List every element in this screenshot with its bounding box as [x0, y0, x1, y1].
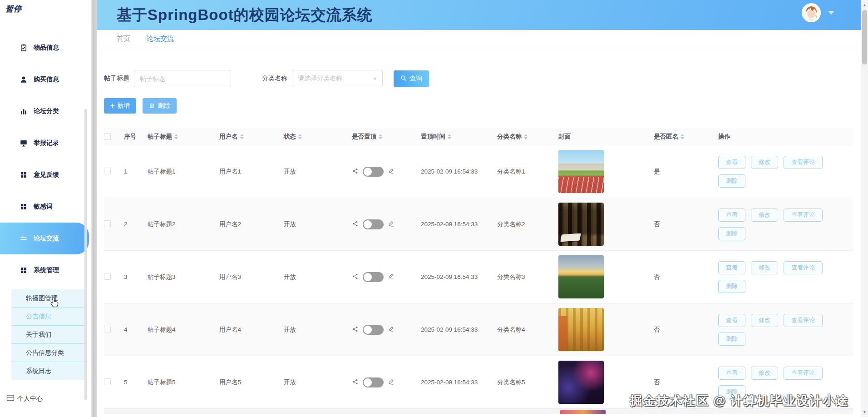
sort-caret[interactable]: [379, 134, 382, 139]
tab-home[interactable]: 首页: [117, 35, 130, 43]
edit-icon[interactable]: [388, 378, 395, 387]
submenu-item-announcement-category[interactable]: 公告信息分类: [11, 344, 85, 362]
sidebar-menu: 物品信息 购买信息 论坛分类 举报记录: [0, 32, 91, 286]
anonymous-flag: 否: [654, 273, 718, 281]
pin-toggle[interactable]: [363, 167, 384, 177]
edit-button[interactable]: 修改: [751, 314, 778, 327]
view-button[interactable]: 查看: [718, 367, 745, 380]
edit-button[interactable]: 修改: [751, 367, 778, 380]
view-comments-button[interactable]: 查看评论: [784, 261, 823, 274]
chevron-down-icon[interactable]: [828, 11, 834, 15]
post-title-input[interactable]: [134, 70, 231, 87]
card-icon: [6, 394, 15, 403]
sort-caret[interactable]: [240, 134, 244, 139]
edit-button[interactable]: 修改: [751, 156, 778, 169]
delete-button[interactable]: 删除: [718, 333, 745, 346]
app-window: 暂停 物品信息 购买信息 论坛分类: [0, 0, 868, 417]
sort-caret[interactable]: [448, 134, 451, 139]
share-icon[interactable]: [352, 378, 359, 387]
edit-icon[interactable]: [388, 326, 395, 334]
table-row: 2 帖子标题2 用户名2 开放 2025-02-09 16:54:33 分类名称…: [104, 198, 853, 251]
username: 用户名4: [219, 326, 284, 334]
col-pinned: 是否置顶: [352, 133, 376, 141]
scroll-up-icon[interactable]: ▲: [861, 3, 868, 7]
query-button[interactable]: 查询: [394, 70, 429, 87]
row-checkbox[interactable]: [104, 378, 111, 385]
pin-toggle[interactable]: [363, 325, 384, 335]
query-button-label: 查询: [409, 74, 422, 83]
personal-center-link[interactable]: 个人中心: [6, 394, 43, 403]
pin-toggle[interactable]: [363, 272, 384, 282]
pinned-time: 2025-02-09 16:54:33: [421, 273, 497, 280]
view-button[interactable]: 查看: [718, 314, 745, 327]
batch-delete-button[interactable]: 删除: [143, 98, 177, 114]
share-icon[interactable]: [352, 273, 359, 281]
system-submenu: 轮播图管理 公告信息 关于我们 公告信息分类 系统日志: [11, 289, 85, 380]
pin-toggle[interactable]: [363, 377, 384, 387]
add-button[interactable]: + 新增: [104, 98, 136, 114]
submenu-item-carousel[interactable]: 轮播图管理: [11, 289, 85, 308]
next-row-partial: [104, 409, 853, 414]
username: 用户名3: [219, 273, 284, 281]
avatar[interactable]: [802, 3, 821, 22]
edit-button[interactable]: 修改: [751, 261, 778, 274]
view-comments-button[interactable]: 查看评论: [784, 367, 823, 380]
user-icon: [19, 75, 28, 84]
sidebar-item-forum-exchange[interactable]: 论坛交流: [0, 223, 89, 254]
share-icon[interactable]: [352, 168, 359, 176]
pin-toggle[interactable]: [363, 219, 384, 229]
submenu-item-system-log[interactable]: 系统日志: [11, 362, 85, 380]
scroll-down-icon[interactable]: ▼: [861, 410, 868, 414]
view-button[interactable]: 查看: [718, 208, 745, 222]
delete-button[interactable]: 删除: [718, 174, 745, 188]
grid-icon: [19, 202, 28, 211]
submenu-item-about-us[interactable]: 关于我们: [11, 326, 85, 344]
sidebar-item-goods-info[interactable]: 物品信息: [0, 32, 91, 64]
view-comments-button[interactable]: 查看评论: [784, 208, 823, 222]
page-scrollbar[interactable]: ▲ ▼: [861, 0, 868, 417]
scrollbar-thumb[interactable]: [862, 10, 867, 65]
view-comments-button[interactable]: 查看评论: [784, 314, 823, 327]
anonymous-flag: 是: [654, 168, 718, 176]
sort-caret[interactable]: [681, 134, 684, 139]
sidebar-item-purchase-info[interactable]: 购买信息: [0, 64, 91, 95]
sort-caret[interactable]: [298, 134, 302, 139]
edit-button[interactable]: 修改: [751, 208, 778, 222]
cover-image: [560, 410, 606, 414]
delete-button[interactable]: 删除: [718, 385, 745, 398]
sidebar-item-feedback[interactable]: 意见反馈: [0, 159, 91, 191]
search-icon: [400, 75, 407, 83]
delete-button[interactable]: 删除: [718, 280, 745, 293]
row-checkbox[interactable]: [104, 168, 111, 174]
view-comments-button[interactable]: 查看评论: [784, 156, 823, 169]
edit-icon[interactable]: [388, 220, 395, 228]
anonymous-flag: 否: [654, 326, 718, 334]
sidebar-scrollbar[interactable]: [84, 109, 87, 400]
sort-caret[interactable]: [524, 134, 528, 139]
view-button[interactable]: 查看: [718, 261, 745, 274]
delete-button[interactable]: 删除: [718, 227, 745, 240]
trash-icon: [149, 102, 155, 110]
view-button[interactable]: 查看: [718, 156, 745, 169]
select-all-checkbox[interactable]: [104, 133, 111, 140]
sidebar-item-sensitive-words[interactable]: 敏感词: [0, 191, 91, 223]
sidebar-item-system-management[interactable]: 系统管理: [0, 254, 91, 286]
delete-button-label: 删除: [158, 102, 170, 110]
edit-icon[interactable]: [388, 273, 395, 281]
row-index: 1: [124, 168, 148, 175]
submenu-item-announcement[interactable]: 公告信息: [11, 308, 85, 326]
sidebar-item-report-records[interactable]: 举报记录: [0, 127, 91, 159]
category-label: 分类名称: [262, 74, 287, 83]
sidebar-item-forum-category[interactable]: 论坛分类: [0, 95, 91, 127]
edit-icon[interactable]: [388, 168, 395, 176]
share-icon[interactable]: [352, 326, 359, 334]
row-checkbox[interactable]: [104, 220, 111, 227]
share-icon[interactable]: [352, 220, 359, 228]
sliders-icon: [19, 234, 28, 243]
cover-image: [558, 308, 604, 351]
row-checkbox[interactable]: [104, 326, 111, 333]
category-select[interactable]: 请选择分类名称 ∨: [292, 70, 383, 87]
row-checkbox[interactable]: [104, 273, 111, 280]
sort-caret[interactable]: [174, 134, 178, 139]
tab-forum[interactable]: 论坛交流: [147, 35, 174, 43]
